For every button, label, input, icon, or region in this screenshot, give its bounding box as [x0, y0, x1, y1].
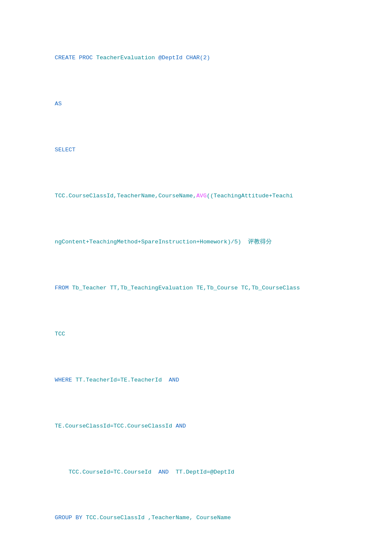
code-line-10: TCC.CourseId=TC.CourseId AND TT.DeptId=@… [34, 458, 358, 486]
code-line-3: SELECT [34, 136, 358, 164]
code-line-9: TE.CourseClassId=TCC.CourseClassId AND [34, 412, 358, 440]
keyword-from: FROM [55, 285, 72, 291]
code-line-12: order by 评教得分 desc [34, 550, 358, 555]
where-cond1: TT.TeacherId=TE.TeacherId [75, 377, 169, 383]
where-cond3-indent: TCC.CourseId=TC.CourseId [55, 469, 159, 475]
keyword-and1: AND [169, 377, 179, 383]
code-line-5: ngContent+TeachingMethod+SpareInstructio… [34, 228, 358, 256]
keyword-where: WHERE [55, 377, 76, 383]
code-line-11: GROUP BY TCC.CourseClassId ,TeacherName,… [34, 504, 358, 532]
code-line-1: CREATE PROC TeacherEvaluation @DeptId CH… [34, 44, 358, 72]
code-line-8: WHERE TT.TeacherId=TE.TeacherId AND [34, 366, 358, 394]
code-container: CREATE PROC TeacherEvaluation @DeptId CH… [34, 26, 358, 555]
avg-func: AVG [196, 193, 207, 199]
where-cond3b: TT.DeptId=@DeptId [169, 469, 234, 475]
group-cols: TCC.CourseClassId ,TeacherName, CourseNa… [86, 515, 231, 521]
where-cond2: TE.CourseClassId=TCC.CourseClassId [55, 423, 176, 429]
param-name: @DeptId [159, 55, 186, 61]
keyword-and2: AND [176, 423, 186, 429]
code-line-6: FROM Tb_Teacher TT,Tb_TeachingEvaluation… [34, 274, 358, 302]
select-cols: TCC.CourseClassId,TeacherName,CourseName… [55, 193, 196, 199]
avg-cont: ngContent+TeachingMethod+SpareInstructio… [55, 239, 272, 245]
code-line-7: TCC [34, 320, 358, 348]
section1: CREATE PROC TeacherEvaluation @DeptId CH… [34, 26, 358, 555]
keyword-select: SELECT [55, 147, 76, 153]
param-type: CHAR(2) [186, 55, 210, 61]
tcc-alias: TCC [55, 331, 65, 337]
keyword-proc: PROC [75, 55, 96, 61]
from-tables: Tb_Teacher TT,Tb_TeachingEvaluation TE,T… [72, 285, 300, 291]
keyword-as: AS [55, 101, 62, 107]
code-line-2: AS [34, 90, 358, 118]
keyword-create: CREATE [55, 55, 76, 61]
proc-name: TeacherEvaluation [96, 55, 159, 61]
avg-args: ((TeachingAttitude+Teachi [207, 193, 293, 199]
keyword-group: GROUP BY [55, 515, 86, 521]
code-line-4: TCC.CourseClassId,TeacherName,CourseName… [34, 182, 358, 210]
keyword-and3: AND [159, 469, 169, 475]
